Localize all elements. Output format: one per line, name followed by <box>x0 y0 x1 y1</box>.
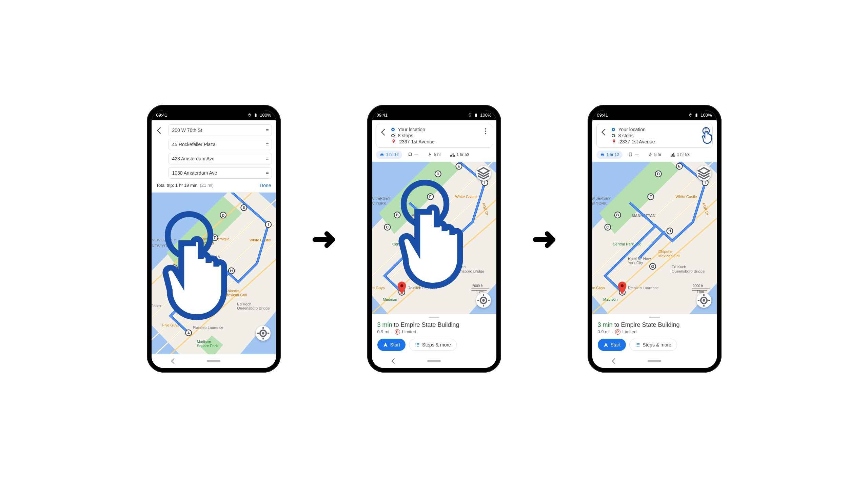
svg-point-109 <box>650 153 651 154</box>
mode-driving[interactable]: 1 hr 12 <box>376 151 402 159</box>
stop-chip[interactable]: 200 W 70th St= <box>169 124 272 136</box>
svg-text:Chipotle: Chipotle <box>658 250 672 254</box>
stop-label: 200 W 70th St <box>172 127 202 133</box>
svg-point-49 <box>393 140 394 141</box>
svg-text:C: C <box>386 225 389 229</box>
svg-text:D: D <box>657 172 659 176</box>
svg-text:NEW YORK: NEW YORK <box>152 243 172 247</box>
mode-transit[interactable]: — <box>625 151 642 159</box>
android-navbar <box>152 354 276 368</box>
my-location-fab[interactable] <box>256 326 271 341</box>
svg-text:2000 ft: 2000 ft <box>692 284 703 288</box>
car-icon <box>600 152 605 157</box>
svg-text:I: I <box>268 222 269 226</box>
svg-text:Ed Koch: Ed Koch <box>451 265 466 269</box>
bottom-sheet[interactable]: 3 min to Empire State Building 0.9 mi · … <box>372 314 496 354</box>
route-summary-card[interactable]: Your location 8 stops 2337 1st Avenue <box>376 124 492 148</box>
svg-text:York City: York City <box>628 260 643 264</box>
back-button[interactable] <box>600 128 608 136</box>
my-location-fab[interactable] <box>476 293 491 308</box>
drag-handle-icon[interactable]: = <box>266 127 268 133</box>
svg-text:B: B <box>182 254 185 258</box>
stop-chip[interactable]: 423 Amsterdam Ave= <box>169 153 272 164</box>
nav-back-icon[interactable] <box>171 358 177 364</box>
svg-text:NEW JERSEY: NEW JERSEY <box>152 238 176 242</box>
drag-handle-icon[interactable]: = <box>266 142 268 147</box>
svg-text:Ed Koch: Ed Koch <box>237 302 251 306</box>
bike-icon <box>670 152 675 157</box>
sheet-handle[interactable] <box>649 317 660 318</box>
steps-button[interactable]: Steps & more <box>409 339 457 351</box>
navigate-icon <box>383 342 388 347</box>
mode-transit[interactable]: — <box>404 151 422 159</box>
mode-cycling[interactable]: 1 hr 53 <box>447 151 473 159</box>
parking-icon: P <box>395 329 400 335</box>
svg-point-99 <box>482 299 485 301</box>
my-location-fab[interactable] <box>696 293 711 308</box>
svg-text:D: D <box>436 172 439 176</box>
svg-rect-1 <box>255 114 257 117</box>
nav-back-icon[interactable] <box>612 358 617 364</box>
bottom-sheet[interactable]: 3 min to Empire State Building 0.9 mi· P… <box>592 314 717 354</box>
nav-back-icon[interactable] <box>391 358 397 364</box>
svg-point-56 <box>453 153 454 154</box>
svg-text:Mexican Grill: Mexican Grill <box>658 254 680 258</box>
steps-button[interactable]: Steps & more <box>629 339 677 351</box>
stop-chip[interactable]: 45 Rockefeller Plaza= <box>169 139 272 150</box>
sheet-handle[interactable] <box>429 317 439 318</box>
svg-text:Reinlieb Laurence: Reinlieb Laurence <box>628 286 658 290</box>
layers-fab[interactable] <box>696 166 711 181</box>
nav-home-handle[interactable] <box>648 360 661 362</box>
svg-text:NEW JERSEY: NEW JERSEY <box>372 196 391 200</box>
mode-walking[interactable]: 5 hr <box>424 151 445 159</box>
battery-icon <box>694 113 698 117</box>
walk-icon <box>427 152 432 157</box>
stop-chip[interactable]: 1030 Amsterdam Ave= <box>169 167 272 179</box>
drag-handle-icon[interactable]: = <box>266 170 268 176</box>
mode-driving[interactable]: 1 hr 12 <box>596 151 623 159</box>
nav-home-handle[interactable] <box>207 360 220 362</box>
map-area[interactable]: NEW JERSEY NEW YORK MANHATTAN White Cast… <box>592 162 717 314</box>
svg-text:Chipotle: Chipotle <box>225 289 239 293</box>
navigate-icon <box>603 342 609 347</box>
svg-text:G: G <box>651 264 654 268</box>
svg-point-104 <box>613 140 614 141</box>
svg-text:E: E <box>678 164 680 168</box>
map-area[interactable]: NEW JERSEY NEW YORK MANHATTAN White Cast… <box>372 162 496 314</box>
drag-handle-icon[interactable]: = <box>266 156 268 161</box>
nav-home-handle[interactable] <box>427 360 441 362</box>
svg-text:I: I <box>484 180 485 184</box>
svg-text:B: B <box>396 213 398 217</box>
map-area[interactable]: NEW JERSEY NEW YORK MANHATTAN Famous Fam… <box>152 193 276 354</box>
svg-rect-103 <box>696 113 697 114</box>
svg-text:B: B <box>616 213 619 217</box>
overflow-menu-button[interactable] <box>703 128 709 134</box>
mode-cycling[interactable]: 1 hr 53 <box>667 151 693 159</box>
svg-point-51 <box>409 155 410 156</box>
stop-label: 1030 Amsterdam Ave <box>172 170 217 176</box>
eta-distance: 0.9 mi <box>377 329 389 334</box>
done-button[interactable]: Done <box>260 183 271 188</box>
svg-text:Five Guys: Five Guys <box>592 286 605 290</box>
start-button[interactable]: Start <box>598 339 626 351</box>
layers-fab[interactable] <box>476 166 491 181</box>
svg-text:Reinlieb Laurence: Reinlieb Laurence <box>193 325 223 329</box>
svg-text:VS Photo: VS Photo <box>152 304 161 308</box>
mode-walking[interactable]: 5 hr <box>644 151 665 159</box>
transit-icon <box>408 152 413 157</box>
back-button[interactable] <box>156 126 164 135</box>
route-summary-card[interactable]: Your location 8 stops 2337 1st Avenue <box>596 124 713 148</box>
list-icon <box>635 342 640 347</box>
svg-rect-48 <box>476 113 476 114</box>
status-battery: 100% <box>260 113 271 118</box>
location-icon <box>248 113 252 117</box>
back-button[interactable] <box>380 128 388 136</box>
start-button[interactable]: Start <box>377 339 406 351</box>
transit-icon <box>628 152 633 157</box>
overflow-menu-button[interactable] <box>482 128 489 134</box>
svg-point-44 <box>262 332 264 334</box>
svg-text:Madison: Madison <box>603 297 617 301</box>
svg-text:Queensboro Bridge: Queensboro Bridge <box>451 269 484 273</box>
svg-text:Reinlieb Laurence: Reinlieb Laurence <box>407 286 438 290</box>
status-bar: 09:41 100% <box>152 110 276 120</box>
